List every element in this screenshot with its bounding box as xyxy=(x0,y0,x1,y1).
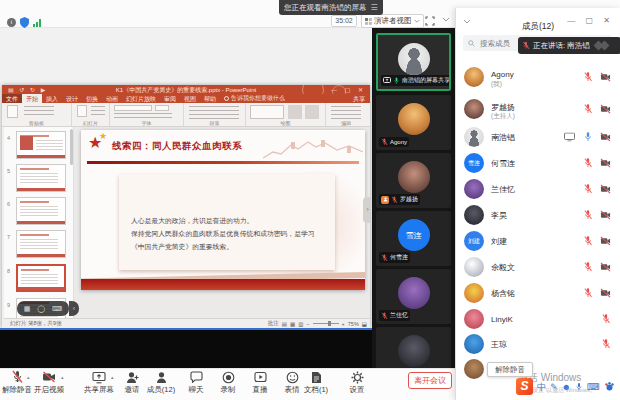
video-tile[interactable]: 李昊 xyxy=(376,327,451,368)
tell-me-box[interactable]: 告诉我你想要做什么 xyxy=(220,94,289,103)
chinese-mode-icon[interactable]: 中 xyxy=(537,382,546,392)
tab-insert[interactable]: 插入 xyxy=(42,94,62,103)
mic-muted-icon[interactable] xyxy=(583,184,593,195)
slide-thumbnail[interactable] xyxy=(16,230,66,258)
pen-icon[interactable]: ✎ xyxy=(550,382,558,392)
camera-off-icon[interactable] xyxy=(600,288,611,298)
video-tile[interactable]: 雪连 何雪连 xyxy=(376,211,451,266)
mic-muted-icon[interactable] xyxy=(583,288,593,299)
meeting-info-icons[interactable]: i xyxy=(7,17,41,28)
input-method-bar[interactable]: S 中 ✎ ☻ ⌨ xyxy=(516,378,615,395)
fit-slide-icon[interactable]: ⬓ xyxy=(362,321,367,327)
mic-muted-icon[interactable] xyxy=(601,338,611,349)
font-size-box[interactable] xyxy=(155,105,169,111)
tooltip-menu-icon[interactable]: ☰ xyxy=(371,0,378,15)
video-tile[interactable]: 罗越扬 xyxy=(376,153,451,208)
emoji-icon[interactable]: ☻ xyxy=(562,382,571,392)
signal-icon[interactable] xyxy=(33,19,41,27)
tab-review[interactable]: 审阅 xyxy=(160,94,180,103)
mic-muted-icon[interactable] xyxy=(583,210,593,221)
new-slide-button[interactable] xyxy=(77,105,87,117)
camera-off-icon[interactable] xyxy=(600,210,611,220)
mic-muted-icon[interactable] xyxy=(583,158,593,169)
quick-styles-button[interactable] xyxy=(305,105,319,119)
mic-muted-icon[interactable] xyxy=(583,104,593,115)
next-slide-chevron[interactable]: › xyxy=(363,197,370,223)
pointer-circle-icon[interactable]: ◯ xyxy=(37,305,45,313)
annotation-toolbar[interactable]: ▦ ◯ ⌨ xyxy=(17,301,69,316)
view-mode-button[interactable]: 演讲者视图 xyxy=(361,14,424,28)
zoom-level[interactable]: 75% xyxy=(348,321,359,327)
great-wall-sketch xyxy=(263,135,363,161)
slide-thumbnail[interactable] xyxy=(16,197,66,225)
mic-muted-icon[interactable] xyxy=(583,262,593,273)
member-row[interactable]: 刘建 刘建 xyxy=(456,228,620,254)
camera-off-icon[interactable] xyxy=(600,132,611,142)
mic-muted-icon[interactable] xyxy=(583,72,593,83)
mic-active-icon[interactable] xyxy=(583,132,593,143)
tab-slideshow[interactable]: 幻灯片放映 xyxy=(122,94,160,103)
docs-button[interactable]: 文档(1) xyxy=(294,370,338,395)
keyboard-icon[interactable]: ⌨ xyxy=(587,382,600,392)
shapes-gallery[interactable] xyxy=(250,105,284,119)
member-row[interactable]: LinyiK xyxy=(456,306,620,331)
arrange-button[interactable] xyxy=(288,105,302,119)
sogou-logo-icon[interactable]: S xyxy=(516,378,533,395)
slide-thumbnail-selected[interactable] xyxy=(16,264,66,292)
apps-grid-icon[interactable]: ▦ xyxy=(24,305,31,313)
leave-meeting-button[interactable]: 离开会议 xyxy=(408,372,452,389)
settings-button[interactable]: 设置 xyxy=(335,370,379,395)
camera-off-icon[interactable] xyxy=(600,184,611,194)
tab-design[interactable]: 设计 xyxy=(62,94,82,103)
member-row[interactable]: 李昊 xyxy=(456,202,620,228)
caret-icon[interactable]: ▴ xyxy=(61,374,64,380)
camera-off-icon[interactable] xyxy=(600,236,611,246)
view-reading-icon[interactable]: ▥ xyxy=(298,321,303,327)
tab-home[interactable]: 开始 xyxy=(22,94,42,103)
thumbnail-scrollbar[interactable] xyxy=(70,129,73,165)
tab-view[interactable]: 视图 xyxy=(180,94,200,103)
member-row[interactable]: 杨含铭 xyxy=(456,280,620,306)
camera-off-icon[interactable] xyxy=(600,158,611,168)
video-tile-screenshare[interactable]: 南浩锠的屏幕共享 xyxy=(376,33,451,91)
camera-off-icon[interactable] xyxy=(600,262,611,272)
member-row[interactable]: 雪连 何雪连 xyxy=(456,150,620,176)
camera-off-icon[interactable] xyxy=(600,104,611,114)
camera-off-icon[interactable] xyxy=(600,72,611,82)
zoom-in-icon[interactable]: + xyxy=(342,321,345,327)
video-tile[interactable]: 兰佳忆 xyxy=(376,269,451,324)
view-normal-icon[interactable]: ▤ xyxy=(282,321,287,327)
keyboard-icon[interactable]: ⌨ xyxy=(52,305,62,313)
tab-help[interactable]: 帮助 xyxy=(200,94,220,103)
zoom-slider[interactable] xyxy=(313,323,339,324)
tab-file[interactable]: 文件 xyxy=(2,94,22,103)
slide-thumbnail[interactable] xyxy=(16,164,66,192)
collapse-toolbar-icon[interactable] xyxy=(442,17,450,23)
member-row[interactable]: 余毅文 xyxy=(456,254,620,280)
panel-window-controls[interactable]: — ▢ ✕ xyxy=(567,16,614,25)
mic-input-icon[interactable] xyxy=(575,382,583,392)
info-icon[interactable]: i xyxy=(7,18,16,27)
start-video-button[interactable]: 开启视频 xyxy=(27,370,71,395)
screen-share-icon[interactable] xyxy=(564,133,575,142)
ppt-window-controls[interactable]: — ▢ ✕ xyxy=(331,86,366,93)
slide-thumbnail[interactable] xyxy=(16,131,66,159)
member-row[interactable]: 王琼 xyxy=(456,331,620,356)
paw-icon[interactable] xyxy=(604,381,615,392)
member-row[interactable]: 罗越扬 (主持人) xyxy=(456,94,620,124)
fullscreen-icon[interactable] xyxy=(425,16,435,26)
member-row[interactable]: Agony (我) xyxy=(456,62,620,92)
shield-icon[interactable] xyxy=(20,17,29,28)
video-tile[interactable]: Agony xyxy=(376,95,451,150)
view-sorter-icon[interactable]: ▦ xyxy=(290,321,295,327)
zoom-out-icon[interactable]: − xyxy=(306,321,309,327)
font-name-box[interactable] xyxy=(114,105,152,111)
member-row[interactable]: 兰佳忆 xyxy=(456,176,620,202)
paste-button[interactable] xyxy=(7,105,18,118)
notes-button[interactable]: 批注 xyxy=(268,320,279,327)
tab-animations[interactable]: 动画 xyxy=(102,94,122,103)
tab-transitions[interactable]: 切换 xyxy=(82,94,102,103)
mic-muted-icon[interactable] xyxy=(583,236,593,247)
mic-muted-icon[interactable] xyxy=(601,313,611,324)
member-row[interactable]: 南浩锠 xyxy=(456,124,620,150)
